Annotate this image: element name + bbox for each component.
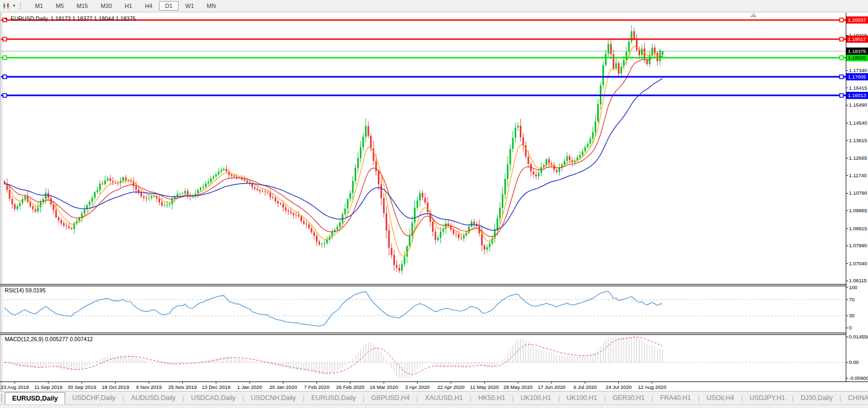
status-bar [0, 404, 868, 408]
line-handle[interactable] [840, 18, 844, 22]
chart-title-symbol: EURUSD,Daily [11, 15, 48, 22]
chart-tab-bar: EURUSD,DailyUSDCHF,Daily|AUDUSD,Daily|US… [0, 391, 868, 404]
svg-text:23 Aug 2019: 23 Aug 2019 [1, 384, 29, 390]
chart-tab-EURUSD-Daily[interactable]: EURUSD,Daily [5, 392, 65, 404]
svg-text:1.17005: 1.17005 [848, 74, 866, 80]
chart-tab-HK50-H1[interactable]: HK50,H1 [472, 392, 512, 404]
chart-tab-USDJPY-H1[interactable]: USDJPY,H1 [742, 392, 792, 404]
svg-text:0: 0 [849, 325, 852, 331]
svg-text:24 Jul 2020: 24 Jul 2020 [606, 384, 632, 390]
line-handle[interactable] [840, 37, 844, 41]
svg-text:18 Oct 2019: 18 Oct 2019 [102, 384, 129, 390]
svg-text:3 Apr 2020: 3 Apr 2020 [405, 384, 430, 390]
chart-tab-DJ30-Daily[interactable]: DJ30,Daily [794, 392, 839, 404]
svg-text:22 Apr 2020: 22 Apr 2020 [437, 384, 464, 390]
chart-tab-CHINA300-H1[interactable]: CHINA300,H1 [841, 392, 868, 404]
svg-text:1.20037: 1.20037 [848, 17, 866, 23]
svg-text:1.06115: 1.06115 [849, 277, 867, 283]
svg-text:1.08915: 1.08915 [849, 225, 867, 231]
svg-text:1.11740: 1.11740 [849, 172, 867, 178]
svg-text:25 Nov 2019: 25 Nov 2019 [168, 384, 197, 390]
svg-text:1 Jan 2020: 1 Jan 2020 [237, 384, 262, 390]
svg-text:13 Dec 2019: 13 Dec 2019 [202, 384, 231, 390]
svg-text:1.18375: 1.18375 [848, 48, 866, 54]
timeframe-button-M1[interactable]: M1 [29, 1, 49, 11]
svg-text:1.07040: 1.07040 [849, 261, 867, 266]
status-divider [98, 405, 99, 408]
svg-text:1.07990: 1.07990 [849, 242, 867, 248]
svg-text:1.12665: 1.12665 [849, 155, 867, 161]
timeframe-button-group: M1M5M15M30H1H4D1W1MN [26, 0, 224, 11]
timeframe-button-MN[interactable]: MN [201, 1, 222, 11]
timeframe-button-M5[interactable]: M5 [50, 1, 69, 11]
macd-indicator-label: MACD(12,26,9) 0.005277 0.007412 [5, 336, 93, 342]
svg-text:12 Aug 2020: 12 Aug 2020 [638, 384, 666, 390]
line-handle[interactable] [840, 75, 844, 79]
svg-text:70: 70 [849, 297, 855, 302]
toolbar: ▼ M1M5M15M30H1H4D1W1MN [0, 0, 868, 12]
timeframe-button-H4[interactable]: H4 [139, 1, 158, 11]
chart-tab-USDCAD-Daily[interactable]: USDCAD,Daily [184, 392, 242, 404]
chart-tab-USDCHF-Daily[interactable]: USDCHF,Daily [65, 392, 122, 404]
svg-text:1.19017: 1.19017 [848, 36, 866, 42]
svg-text:1.09865: 1.09865 [849, 207, 867, 213]
tabs-container: EURUSD,DailyUSDCHF,Daily|AUDUSD,Daily|US… [5, 392, 868, 404]
timeframe-button-H1[interactable]: H1 [119, 1, 138, 11]
timeframe-button-M30[interactable]: M30 [95, 1, 118, 11]
svg-text:29 May 2020: 29 May 2020 [503, 384, 533, 390]
chart-background [0, 12, 868, 408]
chart-title-ohlc: 1.18172 1.18377 1.18044 1.18375 [51, 15, 136, 22]
svg-text:20 Jan 2020: 20 Jan 2020 [269, 384, 297, 390]
svg-text:1.10790: 1.10790 [849, 190, 867, 196]
svg-text:6 Nov 2019: 6 Nov 2019 [136, 384, 162, 390]
svg-text:11 Sep 2019: 11 Sep 2019 [34, 384, 63, 390]
line-handle[interactable] [3, 56, 7, 59]
line-handle[interactable] [840, 93, 844, 97]
svg-text:16 Mar 2020: 16 Mar 2020 [370, 384, 398, 390]
chart-type-button[interactable]: ▼ [0, 0, 18, 11]
chart-tab-FRA40-H1[interactable]: FRA40,H1 [653, 392, 698, 404]
chart-tab-USDCNH-Daily[interactable]: USDCNH,Daily [244, 392, 303, 404]
chart-canvas[interactable]: 1.192151.173401.164151.154901.145401.136… [0, 0, 868, 408]
chart-tab-UK100-H1[interactable]: UK100,H1 [560, 392, 604, 404]
svg-text:0.00: 0.00 [849, 359, 859, 365]
chart-tab-USOil-H4[interactable]: USOil,H4 [699, 392, 741, 404]
svg-text:30 Sep 2019: 30 Sep 2019 [68, 384, 96, 390]
svg-text:100: 100 [849, 284, 857, 290]
svg-text:7 Feb 2020: 7 Feb 2020 [304, 384, 330, 390]
svg-text:1.14540: 1.14540 [849, 120, 867, 126]
svg-text:1.16013: 1.16013 [848, 92, 866, 98]
status-divider [601, 405, 602, 408]
line-handle[interactable] [3, 75, 7, 79]
svg-text:1.13615: 1.13615 [849, 137, 867, 143]
svg-text:6 Jul 2020: 6 Jul 2020 [573, 384, 597, 390]
chevron-down-icon[interactable]: ▼ [4, 17, 8, 21]
line-handle[interactable] [3, 93, 7, 97]
timeframe-button-W1[interactable]: W1 [180, 1, 200, 11]
svg-text:1.17340: 1.17340 [849, 67, 867, 73]
svg-text:17 Jun 2020: 17 Jun 2020 [538, 384, 565, 390]
svg-text:11 May 2020: 11 May 2020 [470, 384, 499, 390]
chart-tab-XAUUSD-H1[interactable]: XAUUSD,H1 [418, 392, 470, 404]
rsi-indicator-label: RSI(14) 59.0195 [5, 287, 46, 293]
timeframe-button-D1[interactable]: D1 [159, 1, 178, 11]
svg-text:1.15490: 1.15490 [849, 102, 867, 108]
chart-tab-AUDUSD-Daily[interactable]: AUDUSD,Daily [124, 392, 182, 404]
chart-tab-GBPUSD-H4[interactable]: GBPUSD,H4 [365, 392, 417, 404]
svg-text:1.16415: 1.16415 [849, 85, 867, 91]
svg-text:1.18025: 1.18025 [848, 55, 866, 60]
chart-tab-GER30-H1[interactable]: GER30,H1 [606, 392, 651, 404]
svg-text:0.014556: 0.014556 [849, 334, 868, 340]
chart-title: ▼ EURUSD,Daily 1.18172 1.18377 1.18044 1… [4, 15, 136, 22]
toolbar-grip[interactable] [20, 2, 23, 10]
chart-tab-UK100-H1[interactable]: UK100,H1 [514, 392, 559, 404]
status-divider [366, 405, 366, 408]
timeframe-button-M15[interactable]: M15 [71, 1, 94, 11]
svg-text:-0.00900: -0.00900 [849, 375, 868, 381]
tab-bar-grip[interactable] [1, 394, 2, 402]
chevron-down-icon: ▼ [12, 4, 16, 7]
svg-text:30: 30 [849, 312, 855, 318]
line-handle[interactable] [840, 56, 844, 59]
line-handle[interactable] [3, 37, 7, 41]
chart-tab-EURUSD-Daily[interactable]: EURUSD,Daily [304, 392, 362, 404]
